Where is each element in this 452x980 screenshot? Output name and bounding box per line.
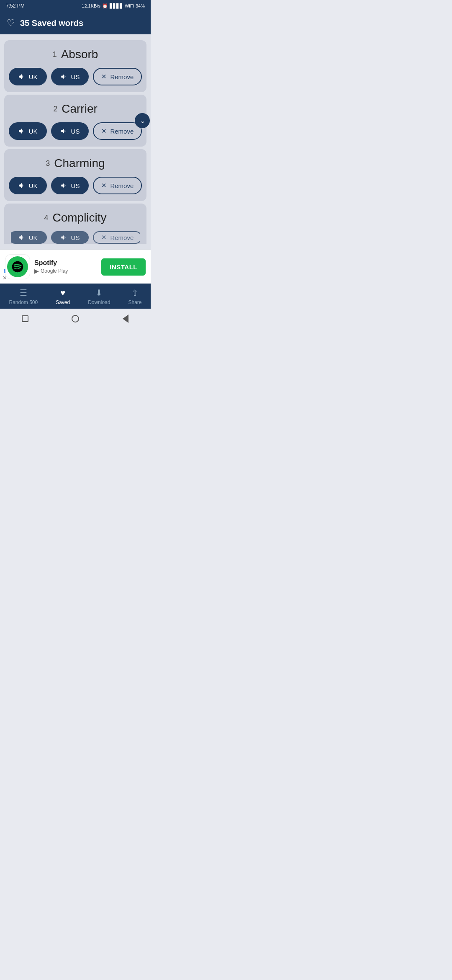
word-card-absorb: 1 Absorb UK US ✕ Remove [4, 40, 146, 92]
network-speed: 12.1KB/s [82, 3, 100, 8]
google-play-triangle: ▶ [34, 268, 39, 274]
back-button[interactable] [121, 314, 131, 324]
word-title-row: 1 Absorb [11, 48, 140, 61]
word-card-charming: 3 Charming UK US ✕ Remove [4, 149, 146, 201]
word-number-3: 3 [46, 159, 50, 168]
ad-info: Spotify ▶ Google Play [34, 259, 97, 274]
download-label: Download [88, 299, 110, 305]
install-button[interactable]: INSTALL [101, 258, 146, 276]
uk-button-carrier[interactable]: UK [9, 122, 47, 140]
system-nav [0, 309, 151, 329]
recent-apps-icon [22, 315, 28, 322]
close-x-icon: ✕ [3, 275, 7, 281]
word-buttons-charming: UK US ✕ Remove [11, 177, 140, 194]
spotify-logo [7, 256, 28, 277]
us-label-carrier: US [71, 128, 80, 135]
time: 7:52 PM [6, 3, 25, 9]
word-text-charming: Charming [54, 157, 105, 170]
us-label-charming: US [71, 182, 80, 189]
remove-label-complicity: Remove [110, 234, 134, 241]
share-label: Share [128, 299, 141, 305]
word-buttons-carrier: UK US ✕ Remove [11, 122, 140, 140]
ad-app-icon [5, 254, 30, 279]
home-icon [72, 315, 79, 322]
ad-banner: ℹ ✕ Spotify ▶ Google Play INSTALL [0, 250, 151, 284]
ad-source-text: Google Play [41, 268, 68, 274]
remove-button-absorb[interactable]: ✕ Remove [93, 68, 142, 85]
remove-button-carrier[interactable]: ✕ Remove [93, 122, 142, 140]
word-number-4: 4 [44, 214, 48, 222]
status-bar: 7:52 PM 12.1KB/s ⏰ ▋▋▋▋ WiFi 34% [0, 0, 151, 12]
word-title-row-complicity: 4 Complicity [11, 211, 140, 224]
nav-item-saved[interactable]: ♥ Saved [56, 288, 70, 305]
remove-label-absorb: Remove [110, 73, 134, 80]
word-title-row-carrier: 2 Carrier [11, 102, 140, 116]
saved-heart-icon: ♥ [60, 288, 65, 298]
nav-item-random500[interactable]: ☰ Random 500 [9, 288, 38, 305]
alarm-icon: ⏰ [102, 3, 108, 9]
back-icon [123, 315, 128, 323]
word-number-1: 1 [53, 50, 57, 59]
bottom-nav: ☰ Random 500 ♥ Saved ⬇ Download ⇧ Share [0, 284, 151, 309]
word-card-carrier: 2 Carrier UK US ✕ Remove ⌄ [4, 95, 146, 147]
uk-label-charming: UK [29, 182, 38, 189]
uk-button-complicity[interactable]: UK [11, 231, 47, 244]
us-button-complicity[interactable]: US [51, 231, 89, 244]
ad-close-button[interactable]: ℹ ✕ [3, 268, 7, 281]
word-buttons-complicity-partial: UK US ✕ Remove [11, 231, 140, 244]
recent-apps-button[interactable] [20, 314, 30, 324]
uk-button-charming[interactable]: UK [9, 177, 47, 194]
us-button-charming[interactable]: US [51, 177, 89, 194]
remove-label-charming: Remove [110, 182, 134, 189]
word-list: 1 Absorb UK US ✕ Remove 2 Carrier [0, 34, 151, 250]
uk-label-absorb: UK [29, 73, 38, 80]
ad-app-name: Spotify [34, 259, 97, 267]
info-icon: ℹ [4, 268, 6, 274]
word-number-2: 2 [53, 105, 57, 113]
nav-item-download[interactable]: ⬇ Download [88, 288, 110, 305]
us-label-complicity: US [71, 234, 80, 241]
scroll-down-button[interactable]: ⌄ [135, 113, 150, 128]
us-label-absorb: US [71, 73, 80, 80]
word-text-complicity: Complicity [52, 211, 106, 224]
download-icon: ⬇ [95, 288, 103, 298]
word-text-absorb: Absorb [61, 48, 98, 61]
remove-button-charming[interactable]: ✕ Remove [93, 177, 142, 194]
uk-label-complicity: UK [29, 234, 38, 241]
saved-label: Saved [56, 299, 70, 305]
uk-label-carrier: UK [29, 128, 38, 135]
word-title-row-charming: 3 Charming [11, 157, 140, 170]
remove-x-icon-complicity: ✕ [101, 234, 107, 241]
nav-item-share[interactable]: ⇧ Share [128, 288, 141, 305]
signal-icon: ▋▋▋▋ [110, 3, 123, 9]
home-button[interactable] [70, 314, 80, 324]
header-title: 35 Saved words [20, 18, 83, 28]
remove-label-carrier: Remove [110, 128, 134, 135]
share-icon: ⇧ [131, 288, 139, 298]
word-text-carrier: Carrier [62, 102, 98, 116]
uk-button-absorb[interactable]: UK [9, 68, 47, 85]
word-card-complicity: 4 Complicity UK US ✕ Remove [4, 204, 146, 244]
remove-button-complicity[interactable]: ✕ Remove [93, 231, 140, 244]
remove-x-icon-carrier: ✕ [101, 127, 107, 135]
random500-label: Random 500 [9, 299, 38, 305]
word-buttons-absorb: UK US ✕ Remove [11, 68, 140, 85]
status-icons: 12.1KB/s ⏰ ▋▋▋▋ WiFi 34% [82, 3, 145, 9]
header: ♡ 35 Saved words [0, 12, 151, 34]
us-button-carrier[interactable]: US [51, 122, 89, 140]
wifi-icon: WiFi [125, 3, 134, 8]
us-button-absorb[interactable]: US [51, 68, 89, 85]
random500-icon: ☰ [20, 288, 27, 298]
remove-x-icon: ✕ [101, 73, 107, 80]
battery: 34% [136, 3, 145, 8]
ad-source: ▶ Google Play [34, 268, 97, 274]
heart-icon: ♡ [7, 18, 15, 28]
remove-x-icon-charming: ✕ [101, 182, 107, 189]
